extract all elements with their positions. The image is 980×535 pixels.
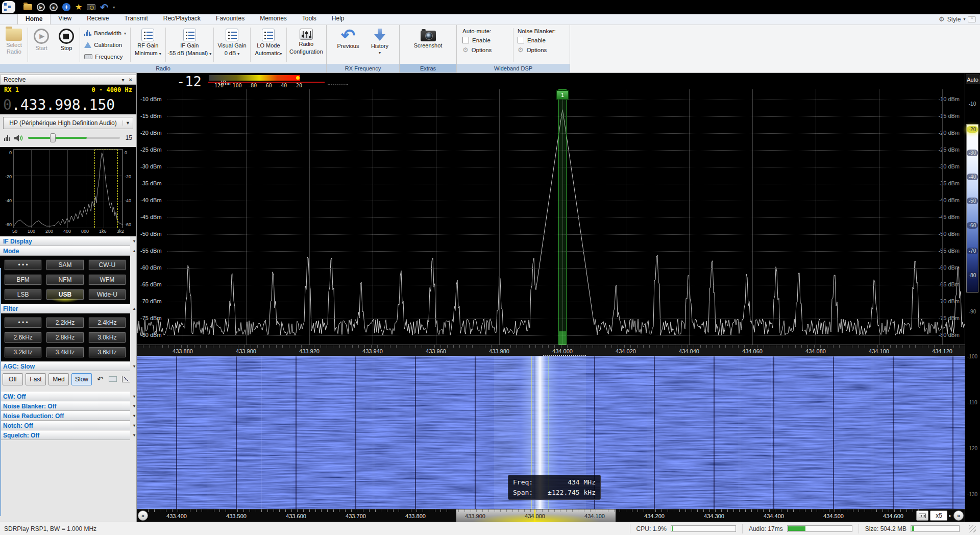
scale-label: -90 <box>965 309 979 314</box>
filter-button[interactable]: 2.8kHz <box>46 332 84 343</box>
ribbon-tab[interactable]: Home <box>17 14 51 25</box>
noise-blanker-enable-checkbox[interactable]: Enable <box>518 37 564 43</box>
mode-button[interactable]: LSB <box>4 289 42 300</box>
freq-gridline <box>816 89 816 345</box>
filter-button[interactable]: 2.2kHz <box>46 317 84 328</box>
filter-button[interactable]: 3.6kHz <box>88 347 126 358</box>
spectrum-display[interactable]: -10 dBm-10 dBm-15 dBm-15 dBm-20 dBm-20 d… <box>137 89 965 345</box>
agc-button[interactable]: Med <box>48 373 69 385</box>
toolbar-overflow-icon[interactable]: ▾ <box>113 5 115 10</box>
mode-button[interactable]: SAM <box>46 259 84 271</box>
scroll-left-button[interactable] <box>138 510 148 521</box>
ribbon-tab[interactable]: Favourites <box>208 14 252 25</box>
start-button[interactable]: ▶ Start <box>29 26 54 64</box>
open-folder-icon[interactable] <box>23 4 32 10</box>
mode-button[interactable]: Wide-U <box>88 289 126 300</box>
undo-icon[interactable]: ↶ <box>97 375 104 384</box>
app-icon[interactable] <box>2 1 15 13</box>
play-icon[interactable]: ▶ <box>37 3 45 11</box>
mode-button[interactable]: BFM <box>4 274 42 285</box>
calibration-button[interactable]: Calibration <box>84 42 126 48</box>
style-label[interactable]: Style <box>947 16 961 23</box>
automute-options-button[interactable]: ⚙Options <box>462 46 509 54</box>
zoom-button[interactable]: x5 <box>930 510 947 521</box>
keyboard-entry-button[interactable] <box>916 510 928 521</box>
visual-gain-button[interactable]: Visual Gain 0 dB ▾ <box>215 26 249 64</box>
filter-button[interactable]: 2.4kHz <box>88 317 126 328</box>
section-agc[interactable]: AGC: Slow▾ <box>0 361 130 371</box>
waterfall-frequency-axis[interactable]: x5 ▸ 433.400433.500433.600433.700433.800… <box>137 509 965 522</box>
radio-configuration-button[interactable]: Radio Configuration <box>288 26 325 64</box>
mode-button[interactable]: WFM <box>88 274 126 285</box>
section-mode[interactable]: Mode▴ <box>0 246 130 256</box>
waterfall-scale-column[interactable]: Auto -10-20-30-40-50-60-70-80-90-100-110… <box>965 73 980 522</box>
rf-gain-button[interactable]: RF Gain Minimum ▾ <box>132 26 164 64</box>
spectrum-frequency-axis[interactable]: 433.880433.900433.920433.940433.960433.9… <box>137 345 965 356</box>
section-if-display[interactable]: IF Display▾ <box>0 236 130 246</box>
stop-icon[interactable]: ■ <box>50 3 58 11</box>
agc-button[interactable]: Slow <box>71 373 92 385</box>
minimize-ribbon-icon[interactable]: ⌃ <box>968 16 976 22</box>
if-gain-button[interactable]: IF Gain -55 dB (Manual) ▾ <box>167 26 212 64</box>
audio-device-select[interactable]: HP (Périphérique High Definition Audio) … <box>3 117 133 129</box>
style-chevron-icon[interactable]: ▾ <box>963 17 965 21</box>
ribbon-tab[interactable]: Tools <box>295 14 324 25</box>
rx-marker[interactable] <box>558 89 567 345</box>
mode-button[interactable]: USB <box>46 289 84 300</box>
section-filter[interactable]: Filter▴ <box>0 304 130 313</box>
mode-button[interactable]: NFM <box>46 274 84 285</box>
ribbon-tab[interactable]: Help <box>324 14 352 25</box>
ribbon-tab[interactable]: View <box>51 14 79 25</box>
chevron-down-icon[interactable]: ▾ <box>122 77 125 83</box>
history-button[interactable]: History ▾ <box>366 26 394 64</box>
section-squelch[interactable]: Squelch: Off▾ <box>0 430 130 440</box>
filter-button[interactable]: 3.4kHz <box>46 347 84 358</box>
ribbon-tab[interactable]: Receive <box>79 14 116 25</box>
section-notch[interactable]: Notch: Off▾ <box>0 421 130 430</box>
filter-button[interactable]: 3.0kHz <box>88 332 126 343</box>
scroll-right-button[interactable] <box>953 510 964 521</box>
filter-button[interactable]: • • • <box>4 317 42 328</box>
audio-spectrum-plot[interactable] <box>13 149 123 228</box>
add-icon[interactable]: + <box>62 3 70 11</box>
select-radio-button[interactable]: Select Radio <box>2 26 27 64</box>
receive-panel-header[interactable]: Receive ▾ ✕ <box>0 75 136 85</box>
filter-button[interactable]: 3.2kHz <box>4 347 42 358</box>
bandwidth-button[interactable]: Bandwidth▾ <box>84 30 126 36</box>
speaker-icon[interactable] <box>14 134 24 142</box>
undo-icon[interactable]: ↶ <box>100 3 108 12</box>
waterfall-display[interactable]: Freq:434 MHz Span:±122.745 kHz <box>137 356 965 509</box>
mode-button[interactable]: • • • <box>4 259 42 271</box>
screenshot-icon[interactable] <box>87 4 95 10</box>
lo-mode-button[interactable]: LO Mode Automatic▾ <box>252 26 285 64</box>
favourite-star-icon[interactable]: ★ <box>75 3 82 11</box>
mode-button[interactable]: CW-U <box>88 259 126 271</box>
frequency-button[interactable]: Frequency <box>84 54 126 60</box>
screenshot-button[interactable]: Screenshot <box>408 26 449 64</box>
rx-marker-flag[interactable]: 1 <box>556 90 569 100</box>
filter-button[interactable]: 2.6kHz <box>4 332 42 343</box>
db-axis-label: -45 dBm <box>140 214 162 220</box>
chart-icon[interactable] <box>122 376 130 382</box>
style-icon[interactable]: ⚙ <box>939 15 945 23</box>
automute-enable-checkbox[interactable]: Enable <box>462 37 509 43</box>
volume-slider[interactable] <box>28 133 120 142</box>
noise-blanker-options-button[interactable]: ⚙Options <box>518 46 564 54</box>
agc-button[interactable]: Fast <box>26 373 46 385</box>
volume-slider-handle[interactable] <box>50 133 56 142</box>
section-noise-blanker[interactable]: Noise Blanker: Off▾ <box>0 401 130 411</box>
section-noise-reduction[interactable]: Noise Reduction: Off▾ <box>0 411 130 421</box>
previous-button[interactable]: ↶ Previous <box>332 26 364 64</box>
equalizer-icon[interactable] <box>4 135 10 141</box>
envelope-icon[interactable] <box>109 376 117 382</box>
stop-button[interactable]: Stop <box>54 26 79 64</box>
close-icon[interactable]: ✕ <box>129 77 133 83</box>
frequency-display[interactable]: 0.433.998.150 <box>0 95 136 114</box>
ribbon-tab[interactable]: Transmit <box>117 14 156 25</box>
ribbon-tab[interactable]: Memories <box>252 14 295 25</box>
section-cw[interactable]: CW: Off▾ <box>0 392 130 401</box>
auto-scale-button[interactable]: Auto <box>966 75 979 84</box>
zoom-more-icon[interactable]: ▸ <box>949 513 951 518</box>
agc-button[interactable]: Off <box>3 373 23 385</box>
ribbon-tab[interactable]: Rec/Playback <box>156 14 208 25</box>
